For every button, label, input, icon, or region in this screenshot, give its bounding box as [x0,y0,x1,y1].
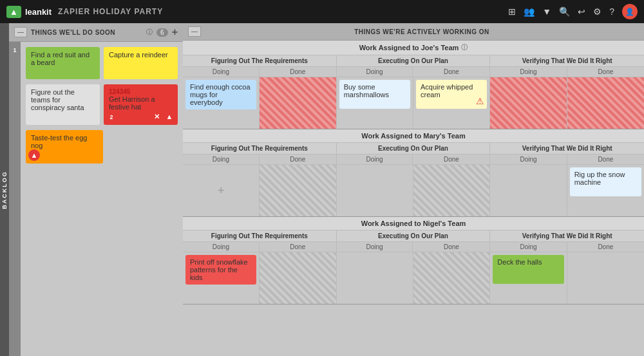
egg-nog-promote-btn[interactable]: ▲ [28,149,40,161]
nigel-exec-subs: Doing Done [337,242,490,252]
joe-col-verifying: Verifying That We Did It Right Doing Don… [490,55,644,77]
team-joe-label: Work Assigned to Joe's Team [359,44,459,52]
mary-verify-done-cell: Rig up the snow machine [567,165,644,216]
team-header-nigel: Work Assigned to Nigel's Team [183,217,644,230]
joe-info-icon: ⓘ [461,43,468,52]
nigel-verify-subs: Doing Done [490,242,644,252]
left-panel-title: THINGS WE'LL DO SOON [31,29,142,36]
mary-col-requirements: Figuring Out The Requirements Doing Done [183,143,337,164]
joe-req-done-cell [260,77,336,129]
team-nigel-label: Work Assigned to Nigel's Team [361,220,466,227]
add-card-btn[interactable]: + [172,26,178,38]
joe-verify-doing-cell [490,77,567,129]
logo-icon: ▲ [6,6,21,18]
card-snow-machine[interactable]: Rig up the snow machine [570,167,641,196]
card-conspiracy-santa[interactable]: Figure out the teams for conspiracy sant… [26,84,100,125]
card-egg-nog[interactable]: Taste-test the egg nog ▲ [26,130,103,164]
card-cocoa-mugs[interactable]: Find enough cocoa mugs for everybody [185,80,256,109]
mary-exec-doing: Doing [337,155,413,164]
joe-verify-done: Done [567,67,644,77]
card-red-suit[interactable]: Find a red suit and a beard [26,47,100,79]
backlog-num-1: 1 [13,47,16,53]
joe-col-executing: Executing On Our Plan Doing Done [337,55,491,77]
card-marshmallows[interactable]: Buy some marshmallows [339,80,410,109]
nigel-verify-doing: Doing [490,242,567,252]
nigel-req-title: Figuring Out The Requirements [183,230,336,242]
backlog-number-col: 1 [9,42,21,356]
right-collapse-btn[interactable]: — [188,26,201,37]
team-header-mary: Work Assigned to Mary's Team [183,129,644,143]
mary-col-verifying: Verifying That We Did It Right Doing Don… [490,143,644,164]
board-content: Work Assigned to Joe's Team ⓘ Figuring O… [183,41,644,356]
mary-verify-title: Verifying That We Did It Right [490,143,644,155]
joe-req-doing-cell: Find enough cocoa mugs for everybody [183,77,260,129]
right-panel: — THINGS WE'RE ACTIVELY WORKING ON Work … [183,23,644,356]
nigel-exec-title: Executing On Our Plan [337,230,490,242]
joe-verify-done-cell [567,77,644,129]
card-promote-btn[interactable]: ▲ [164,111,175,122]
panel-info-icon: ⓘ [146,28,153,37]
nigel-verify-done: Done [567,242,644,252]
mary-exec-done: Done [413,155,489,164]
card-whipped-cream[interactable]: Acquire whipped cream ⚠ [416,80,487,109]
mary-verify-subs: Doing Done [490,155,644,164]
joe-exec-done: Done [413,67,489,77]
nigel-req-done-cell [260,252,336,304]
nigel-req-done: Done [260,242,336,252]
team-section-nigel: Work Assigned to Nigel's Team Figuring O… [183,217,644,304]
joe-exec-doing-cell: Buy some marshmallows [337,77,413,129]
mary-exec-title: Executing On Our Plan [337,143,490,155]
backlog-strip: BACKLOG [0,23,9,356]
board-view-icon[interactable]: ⊞ [508,6,516,17]
card-snowflake-patterns[interactable]: Print off snowflake patterns for the kid… [185,255,256,285]
mary-exec-doing-cell [337,165,413,216]
card-deck-halls[interactable]: Deck the halls [493,255,564,284]
joe-verify-title: Verifying That We Did It Right [490,55,644,67]
avatar-icon[interactable]: 👤 [622,4,638,19]
nigel-exec-doing-cell [337,252,413,304]
nigel-verify-doing-cell: Deck the halls [490,252,567,304]
help-icon[interactable]: ? [609,6,614,17]
settings-icon[interactable]: ⚙ [593,6,601,17]
left-panel-content: 1 Find a red suit and a beard Capture a … [9,42,183,356]
mary-col-executing: Executing On Our Plan Doing Done [337,143,491,164]
nigel-req-subs: Doing Done [183,242,336,252]
nigel-columns-body: Print off snowflake patterns for the kid… [183,252,644,304]
back-icon[interactable]: ↩ [578,6,585,17]
mary-columns-header: Figuring Out The Requirements Doing Done… [183,143,644,165]
joe-req-subs: Doing Done [183,67,336,77]
joe-verify-subs: Doing Done [490,67,644,77]
card-harrison-hat[interactable]: 124345 Get Harrison a festive hat 2 ✕ ▲ [104,84,178,125]
mary-verify-doing: Doing [490,155,567,164]
left-collapse-btn[interactable]: — [14,27,27,37]
search-icon[interactable]: 🔍 [559,6,570,17]
mary-req-subs: Doing Done [183,155,336,164]
card-reindeer[interactable]: Capture a reindeer [104,47,178,79]
mary-exec-subs: Doing Done [337,155,490,164]
mary-req-done: Done [260,155,336,164]
logo: ▲ leankit [6,6,52,18]
joe-columns-body: Find enough cocoa mugs for everybody Buy… [183,77,644,129]
joe-req-doing: Doing [183,67,260,77]
joe-columns-header: Figuring Out The Requirements Doing Done… [183,55,644,77]
mary-req-title: Figuring Out The Requirements [183,143,336,155]
filter-icon[interactable]: ▼ [542,6,551,17]
nigel-col-verifying: Verifying That We Did It Right Doing Don… [490,230,644,252]
team-section-joe: Work Assigned to Joe's Team ⓘ Figuring O… [183,41,644,129]
mary-columns-body: + Rig up the snow machine [183,165,644,216]
card-delete-btn[interactable]: ✕ [151,111,162,122]
nigel-verify-done-cell [567,252,644,304]
top-nav: ▲ leankit ZAPIER HOLIDAY PARTY ⊞ 👥 ▼ 🔍 ↩… [0,0,644,23]
mary-verify-done: Done [567,155,644,164]
left-panel: — THINGS WE'LL DO SOON ⓘ 6 + 1 Find a re… [9,23,183,356]
joe-exec-title: Executing On Our Plan [337,55,490,67]
nigel-col-executing: Executing On Our Plan Doing Done [337,230,491,252]
cards-area: Find a red suit and a beard Capture a re… [21,42,183,356]
joe-col-requirements: Figuring Out The Requirements Doing Done [183,55,337,77]
mary-req-doing-cell[interactable]: + [183,165,260,216]
people-icon[interactable]: 👥 [524,6,535,17]
nav-icons: ⊞ 👥 ▼ 🔍 ↩ ⚙ ? 👤 [508,4,638,19]
nigel-col-requirements: Figuring Out The Requirements Doing Done [183,230,337,252]
nigel-req-doing-cell: Print off snowflake patterns for the kid… [183,252,260,304]
card-badge-2: 2 [106,112,117,122]
